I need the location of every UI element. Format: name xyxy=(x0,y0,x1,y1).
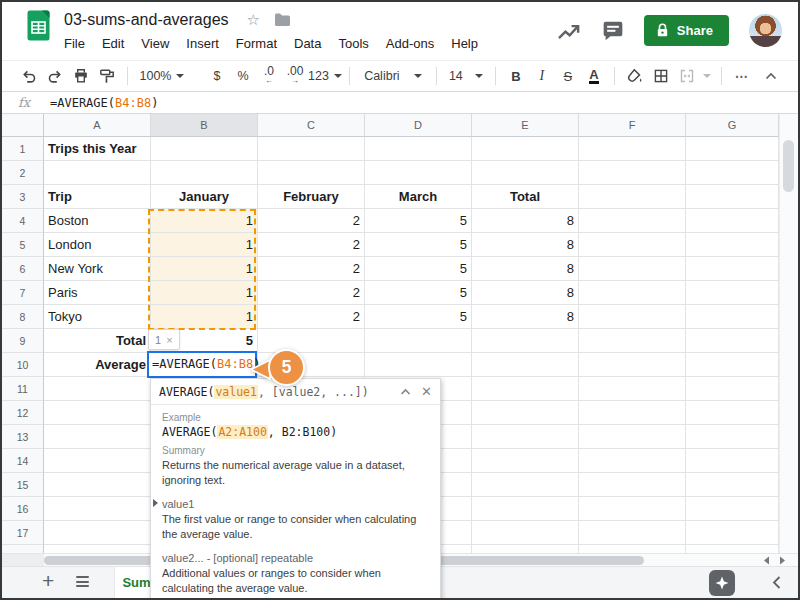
cell-A3[interactable]: Trip xyxy=(44,185,151,209)
cell-A17[interactable] xyxy=(44,521,151,545)
row-header-13[interactable]: 13 xyxy=(2,425,44,449)
cell-A14[interactable] xyxy=(44,449,151,473)
cell-A16[interactable] xyxy=(44,497,151,521)
cell-F5[interactable] xyxy=(579,233,686,257)
cell-A1[interactable]: Trips this Year xyxy=(44,137,151,161)
column-header-D[interactable]: D xyxy=(365,114,472,137)
cell-A6[interactable]: New York xyxy=(44,257,151,281)
cell-C3[interactable]: February xyxy=(258,185,365,209)
menu-add-ons[interactable]: Add-ons xyxy=(386,36,434,51)
print-icon[interactable] xyxy=(68,64,94,88)
cell-G6[interactable] xyxy=(686,257,779,281)
column-header-E[interactable]: E xyxy=(472,114,579,137)
cell-D1[interactable] xyxy=(365,137,472,161)
cell-F11[interactable] xyxy=(579,377,686,401)
cell-G9[interactable] xyxy=(686,329,779,353)
cell-A2[interactable] xyxy=(44,161,151,185)
cell-F7[interactable] xyxy=(579,281,686,305)
add-sheet-icon[interactable]: + xyxy=(42,569,54,593)
menu-edit[interactable]: Edit xyxy=(102,36,124,51)
font-size-select[interactable]: 14 xyxy=(444,64,488,88)
cell-G3[interactable] xyxy=(686,185,779,209)
more-formats-button[interactable]: 123 xyxy=(308,64,342,88)
merge-options-dropdown[interactable] xyxy=(700,64,714,88)
cell-G7[interactable] xyxy=(686,281,779,305)
redo-icon[interactable] xyxy=(42,64,68,88)
format-percent-button[interactable]: % xyxy=(230,64,256,88)
document-title[interactable]: 03-sums-and-averages xyxy=(64,11,229,29)
cell-E10[interactable] xyxy=(472,353,579,377)
decrease-decimal-button[interactable]: .0← xyxy=(256,64,282,88)
row-header-9[interactable]: 9 xyxy=(2,329,44,353)
column-header-C[interactable]: C xyxy=(258,114,365,137)
cell-D3[interactable]: March xyxy=(365,185,472,209)
column-header-A[interactable]: A xyxy=(44,114,151,137)
vertical-scrollbar[interactable] xyxy=(779,114,798,553)
trending-up-icon[interactable] xyxy=(556,21,582,41)
collapse-help-icon[interactable] xyxy=(400,388,411,396)
row-header-18[interactable]: 18 xyxy=(2,545,44,553)
cell-E14[interactable] xyxy=(472,449,579,473)
merge-cells-icon[interactable] xyxy=(674,64,700,88)
bold-button[interactable]: B xyxy=(503,64,529,88)
formula-result-chip[interactable]: 1 × xyxy=(148,329,180,350)
cell-D6[interactable]: 5 xyxy=(365,257,472,281)
folder-icon[interactable] xyxy=(274,13,291,27)
cell-A4[interactable]: Boston xyxy=(44,209,151,233)
cell-F8[interactable] xyxy=(579,305,686,329)
star-icon[interactable]: ☆ xyxy=(247,11,260,29)
cell-B2[interactable] xyxy=(151,161,258,185)
cell-F10[interactable] xyxy=(579,353,686,377)
cell-G15[interactable] xyxy=(686,473,779,497)
cell-A9[interactable]: Total xyxy=(44,329,151,353)
cell-D7[interactable]: 5 xyxy=(365,281,472,305)
cell-D4[interactable]: 5 xyxy=(365,209,472,233)
cell-F15[interactable] xyxy=(579,473,686,497)
cell-G2[interactable] xyxy=(686,161,779,185)
cell-G8[interactable] xyxy=(686,305,779,329)
cell-A5[interactable]: London xyxy=(44,233,151,257)
row-header-17[interactable]: 17 xyxy=(2,521,44,545)
chip-close-icon[interactable]: × xyxy=(166,334,172,346)
cell-A18[interactable] xyxy=(44,545,151,553)
cell-C7[interactable]: 2 xyxy=(258,281,365,305)
cell-F6[interactable] xyxy=(579,257,686,281)
chevron-left-icon[interactable] xyxy=(771,575,782,594)
cell-F9[interactable] xyxy=(579,329,686,353)
cell-A13[interactable] xyxy=(44,425,151,449)
cell-D2[interactable] xyxy=(365,161,472,185)
column-header-B[interactable]: B xyxy=(151,114,258,137)
scroll-right-icon[interactable] xyxy=(776,555,788,566)
row-header-15[interactable]: 15 xyxy=(2,473,44,497)
more-toolbar-button[interactable]: ⋯ xyxy=(729,64,755,88)
cell-D8[interactable]: 5 xyxy=(365,305,472,329)
row-header-16[interactable]: 16 xyxy=(2,497,44,521)
font-select[interactable]: Calibri xyxy=(357,64,429,88)
row-header-6[interactable]: 6 xyxy=(2,257,44,281)
cell-E4[interactable]: 8 xyxy=(472,209,579,233)
cell-F16[interactable] xyxy=(579,497,686,521)
formula-bar[interactable]: fx =AVERAGE(B4:B8) xyxy=(2,92,798,114)
cell-D9[interactable] xyxy=(365,329,472,353)
cell-E5[interactable]: 8 xyxy=(472,233,579,257)
row-header-8[interactable]: 8 xyxy=(2,305,44,329)
close-help-icon[interactable]: ✕ xyxy=(421,384,432,399)
cell-B3[interactable]: January xyxy=(151,185,258,209)
cell-A15[interactable] xyxy=(44,473,151,497)
row-header-7[interactable]: 7 xyxy=(2,281,44,305)
zoom-select[interactable]: 100% xyxy=(135,64,189,88)
row-header-14[interactable]: 14 xyxy=(2,449,44,473)
menu-format[interactable]: Format xyxy=(236,36,277,51)
cell-A10[interactable]: Average xyxy=(44,353,151,377)
cell-E17[interactable] xyxy=(472,521,579,545)
cell-G16[interactable] xyxy=(686,497,779,521)
column-header-G[interactable]: G xyxy=(686,114,779,137)
row-header-4[interactable]: 4 xyxy=(2,209,44,233)
cell-F13[interactable] xyxy=(579,425,686,449)
cell-A8[interactable]: Tokyo xyxy=(44,305,151,329)
explore-icon[interactable] xyxy=(709,570,735,596)
menu-file[interactable]: File xyxy=(64,36,85,51)
cell-C1[interactable] xyxy=(258,137,365,161)
cell-E12[interactable] xyxy=(472,401,579,425)
row-header-11[interactable]: 11 xyxy=(2,377,44,401)
